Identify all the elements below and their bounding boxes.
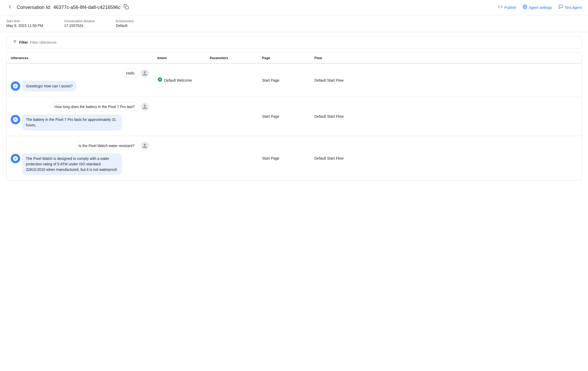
filter-icon bbox=[13, 40, 17, 45]
bot-avatar-3 bbox=[11, 154, 20, 163]
start-time-meta: Start time May 9, 2023 11:50 PM bbox=[6, 19, 43, 28]
agent-settings-button[interactable]: Agent settings bbox=[523, 4, 552, 10]
flow-cell-3: Default Start Flow bbox=[310, 151, 581, 166]
th-parameters: Parameters bbox=[210, 56, 262, 60]
utterances-cell-3: Is the Pixel Watch water resistant? The … bbox=[7, 136, 153, 180]
start-time-value: May 9, 2023 11:50 PM bbox=[6, 24, 43, 28]
chat-icon bbox=[558, 4, 563, 10]
svg-rect-0 bbox=[126, 6, 129, 9]
page-cell-1: Start Page bbox=[258, 73, 310, 88]
intent-name-1: Default Welcome bbox=[164, 78, 192, 82]
test-agent-button[interactable]: Test Agent bbox=[558, 4, 582, 10]
bot-message-1: Greetings! How can I assist? bbox=[11, 81, 149, 92]
environment-meta: Environment Default bbox=[116, 19, 133, 28]
duration-label: Conversation duration bbox=[64, 19, 95, 23]
bot-avatar-1 bbox=[11, 81, 20, 91]
filter-input[interactable] bbox=[30, 40, 575, 44]
th-intent: Intent bbox=[157, 56, 210, 60]
intent-cell-1: Default Welcome bbox=[153, 72, 206, 89]
user-avatar-3 bbox=[141, 142, 149, 150]
bot-bubble-2: The battery in the Pixel 7 Pro lasts for… bbox=[22, 114, 122, 131]
bot-avatar-2 bbox=[11, 115, 20, 124]
environment-value: Default bbox=[116, 24, 133, 28]
gear-icon bbox=[523, 4, 527, 10]
copy-icon[interactable] bbox=[124, 4, 129, 11]
user-avatar-2 bbox=[141, 103, 149, 111]
header-left: Conversation Id: 46377c-a56-8f4-da8-c421… bbox=[6, 3, 495, 12]
flow-cell-1: Default Start Flow bbox=[310, 73, 581, 88]
start-time-label: Start time bbox=[6, 19, 43, 23]
user-bubble-1: Hello bbox=[122, 69, 138, 78]
filter-label: Filter bbox=[19, 40, 28, 44]
params-cell-1 bbox=[206, 75, 258, 86]
user-bubble-2: How long does the battery in the Pixel 7… bbox=[51, 102, 138, 111]
page-cell-2: Start Page bbox=[258, 109, 310, 124]
params-cell-2 bbox=[206, 111, 258, 122]
th-flow: Flow bbox=[314, 56, 577, 60]
conversation-id: Conversation Id: 46377c-a56-8f4-da8-c421… bbox=[17, 5, 120, 10]
th-utterances: Utterances bbox=[11, 56, 157, 60]
user-message-2: How long does the battery in the Pixel 7… bbox=[11, 102, 149, 111]
svg-point-1 bbox=[524, 6, 526, 8]
meta-bar: Start time May 9, 2023 11:50 PM Conversa… bbox=[0, 15, 588, 32]
user-bubble-3: Is the Pixel Watch water resistant? bbox=[75, 141, 138, 150]
bot-message-3: The Pixel Watch is designed to comply wi… bbox=[11, 153, 149, 175]
table-header: Utterances Intent Parameters Page Flow bbox=[7, 53, 581, 64]
intent-cell-3 bbox=[153, 153, 206, 164]
intent-check-icon-1 bbox=[157, 77, 163, 83]
back-button[interactable] bbox=[6, 3, 14, 12]
table-row: How long does the battery in the Pixel 7… bbox=[7, 97, 581, 136]
intent-cell-2 bbox=[153, 111, 206, 122]
header-actions: Publish Agent settings Test Agent bbox=[498, 4, 582, 10]
user-avatar-1 bbox=[141, 69, 149, 77]
bot-bubble-1: Greetings! How can I assist? bbox=[22, 81, 76, 92]
publish-icon bbox=[498, 4, 503, 10]
duration-value: 17.155752s bbox=[64, 24, 95, 28]
filter-bar: Filter bbox=[6, 36, 582, 48]
flow-cell-2: Default Start Flow bbox=[310, 109, 581, 124]
params-cell-3 bbox=[206, 153, 258, 164]
bot-message-2: The battery in the Pixel 7 Pro lasts for… bbox=[11, 114, 149, 131]
header: Conversation Id: 46377c-a56-8f4-da8-c421… bbox=[0, 0, 588, 15]
table-row: Is the Pixel Watch water resistant? The … bbox=[7, 136, 581, 180]
utterances-cell-2: How long does the battery in the Pixel 7… bbox=[7, 97, 153, 136]
user-message-1: Hello bbox=[11, 69, 149, 78]
th-page: Page bbox=[262, 56, 314, 60]
table-row: Hello Greetings! How can I assist? Defau… bbox=[7, 64, 581, 97]
page-cell-3: Start Page bbox=[258, 151, 310, 166]
conversation-table: Utterances Intent Parameters Page Flow H… bbox=[6, 53, 582, 181]
duration-meta: Conversation duration 17.155752s bbox=[64, 19, 95, 28]
bot-bubble-3: The Pixel Watch is designed to comply wi… bbox=[22, 153, 122, 175]
utterances-cell-1: Hello Greetings! How can I assist? bbox=[7, 64, 153, 97]
publish-button[interactable]: Publish bbox=[498, 4, 516, 10]
user-message-3: Is the Pixel Watch water resistant? bbox=[11, 141, 149, 150]
environment-label: Environment bbox=[116, 19, 133, 23]
